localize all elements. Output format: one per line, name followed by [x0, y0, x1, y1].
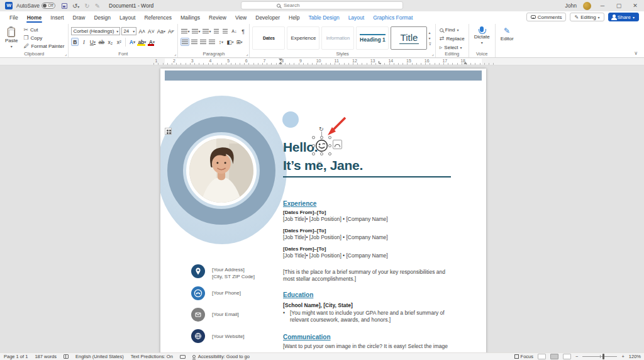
page-indicator[interactable]: Page 1 of 1 — [4, 354, 28, 359]
tab-layout[interactable]: Layout — [115, 13, 140, 23]
tab-view[interactable]: View — [231, 13, 251, 23]
word-app-icon[interactable] — [5, 2, 13, 9]
word-count[interactable]: 187 words — [35, 354, 57, 359]
underline-button[interactable]: U▾ — [89, 38, 96, 46]
table-move-handle[interactable] — [165, 128, 172, 135]
editing-mode-button[interactable]: ✎Editing▾ — [570, 13, 604, 21]
italic-button[interactable]: I — [80, 38, 87, 46]
tab-mailings[interactable]: Mailings — [176, 13, 204, 23]
education-bullet[interactable]: [You might want to include your GPA here… — [283, 310, 457, 323]
phone-icon[interactable] — [191, 286, 205, 300]
tab-design[interactable]: Design — [89, 13, 114, 23]
zoom-slider-thumb[interactable] — [602, 354, 604, 359]
shading-button[interactable]: ◧▾ — [226, 38, 234, 46]
tab-references[interactable]: References — [140, 13, 175, 23]
align-right-button[interactable] — [199, 38, 207, 46]
styles-scroll-down-icon[interactable]: ▾ — [428, 36, 431, 40]
experience-dates[interactable]: [Dates From]–[To] — [283, 210, 388, 216]
resize-handle-nw[interactable] — [312, 136, 315, 139]
style-heading1[interactable]: Heading 1 — [356, 26, 389, 50]
tab-developer[interactable]: Developer — [251, 13, 284, 23]
experience-summary[interactable]: [This is the place for a brief summary o… — [283, 269, 457, 283]
zoom-in-button[interactable]: + — [621, 354, 624, 359]
layout-options-button[interactable] — [333, 140, 342, 149]
resize-handle-sw[interactable] — [312, 152, 315, 155]
styles-scroll-up-icon[interactable]: ▴ — [428, 30, 431, 35]
email-icon[interactable] — [191, 308, 205, 322]
zoom-out-button[interactable]: − — [575, 354, 578, 359]
text-effects-button[interactable]: A▾ — [128, 38, 136, 46]
experience-entry[interactable]: [Dates From]–[To] [Job Title]• [Job Posi… — [283, 246, 388, 259]
tab-table-design[interactable]: Table Design — [304, 13, 343, 23]
emoji-face-image[interactable] — [314, 138, 330, 154]
search-bar[interactable]: Search — [241, 1, 403, 9]
borders-button[interactable]: ⊞▾ — [235, 38, 243, 46]
experience-role[interactable]: [Job Title]• [Job Position] • [Company N… — [283, 252, 388, 259]
editor-button[interactable]: ✎ Editor — [498, 26, 516, 42]
resize-handle-se[interactable] — [328, 152, 331, 155]
styles-dialog-launcher[interactable]: ⌟ — [432, 52, 434, 57]
text-predictions-icon[interactable] — [180, 355, 186, 359]
tab-graphics-format[interactable]: Graphics Format — [369, 13, 417, 23]
language-indicator[interactable]: English (United States) — [75, 354, 124, 359]
user-avatar[interactable] — [583, 2, 591, 10]
selected-emoji-object[interactable]: ↻ — [314, 138, 330, 154]
heading-line2[interactable]: It’s me, Jane. — [283, 157, 363, 175]
clipboard-dialog-launcher[interactable]: ⌟ — [65, 52, 67, 57]
minimize-button[interactable]: ─ — [597, 3, 608, 9]
focus-mode-button[interactable]: Focus — [514, 354, 533, 359]
collapse-ribbon-icon[interactable]: ∨ — [634, 50, 638, 56]
tab-insert[interactable]: Insert — [46, 13, 68, 23]
shrink-font-icon[interactable]: A˅ — [147, 27, 155, 35]
experience-heading[interactable]: Experience — [283, 200, 316, 207]
profile-photo[interactable] — [186, 135, 257, 206]
read-mode-button[interactable] — [538, 354, 546, 359]
justify-button[interactable] — [208, 38, 216, 46]
zoom-level[interactable]: 120% — [629, 354, 641, 359]
tab-file[interactable]: File — [5, 13, 23, 23]
redo-icon[interactable]: ↻ — [84, 3, 89, 9]
paste-button[interactable]: Paste▾ — [3, 26, 20, 50]
style-title[interactable]: Title — [391, 26, 427, 50]
font-name-combo[interactable]: Corbel (Headings)▾ — [71, 27, 120, 35]
accessibility-status[interactable]: Accessibility: Good to go — [192, 354, 250, 359]
cut-button[interactable]: ✂Cut — [22, 26, 65, 33]
autosave-toggle[interactable]: Off — [42, 3, 55, 9]
tab-draw[interactable]: Draw — [69, 13, 90, 23]
increase-indent-button[interactable] — [221, 27, 229, 35]
resize-handle-w[interactable] — [312, 144, 315, 147]
bold-button[interactable]: B — [71, 38, 79, 46]
sort-button[interactable]: A↓ — [230, 27, 238, 35]
strikethrough-button[interactable]: ab — [97, 38, 105, 46]
find-button[interactable]: Find▾ — [438, 26, 466, 34]
education-school[interactable]: [School Name], [City, State] — [283, 302, 457, 309]
maximize-button[interactable]: ▢ — [614, 3, 624, 9]
web-layout-button[interactable] — [563, 354, 571, 359]
clear-formatting-icon[interactable]: A◤ — [167, 27, 175, 35]
change-case-icon[interactable]: Aa▾ — [157, 27, 166, 35]
autosave-control[interactable]: AutoSave Off — [16, 3, 55, 9]
style-dates[interactable]: Dates — [252, 26, 285, 50]
tab-stop-marker[interactable] — [379, 61, 381, 64]
document-page[interactable]: Hello. It’s me, Jane. ↻ — [160, 69, 486, 352]
experience-role[interactable]: [Job Title]• [Job Position] • [Company N… — [283, 216, 388, 223]
experience-entry[interactable]: [Dates From]–[To] [Job Title]• [Job Posi… — [283, 210, 388, 223]
paragraph-dialog-launcher[interactable]: ⌟ — [246, 52, 248, 57]
phone-label[interactable]: [Your Phone] — [212, 290, 241, 296]
font-color-button[interactable]: A▾ — [148, 38, 155, 46]
resize-handle-s[interactable] — [320, 152, 323, 155]
address-label[interactable]: [Your Address] [City, ST ZIP Code] — [212, 266, 255, 280]
font-size-combo[interactable]: 24▾ — [121, 27, 136, 35]
style-information[interactable]: Information — [321, 26, 354, 50]
email-label[interactable]: [Your Email] — [212, 311, 239, 318]
numbered-list-button[interactable]: ▾ — [191, 27, 201, 35]
line-spacing-button[interactable]: ↕▾ — [217, 38, 225, 46]
styles-more-icon[interactable]: ⊽ — [428, 42, 431, 46]
right-indent-marker[interactable] — [464, 62, 467, 64]
zoom-slider[interactable] — [582, 356, 617, 357]
align-center-button[interactable] — [191, 38, 198, 46]
website-icon[interactable] — [191, 329, 205, 343]
education-heading[interactable]: Education — [283, 291, 313, 298]
text-predictions[interactable]: Text Predictions: On — [131, 354, 173, 359]
communication-body[interactable]: [Want to put your own image in the circl… — [283, 343, 457, 350]
